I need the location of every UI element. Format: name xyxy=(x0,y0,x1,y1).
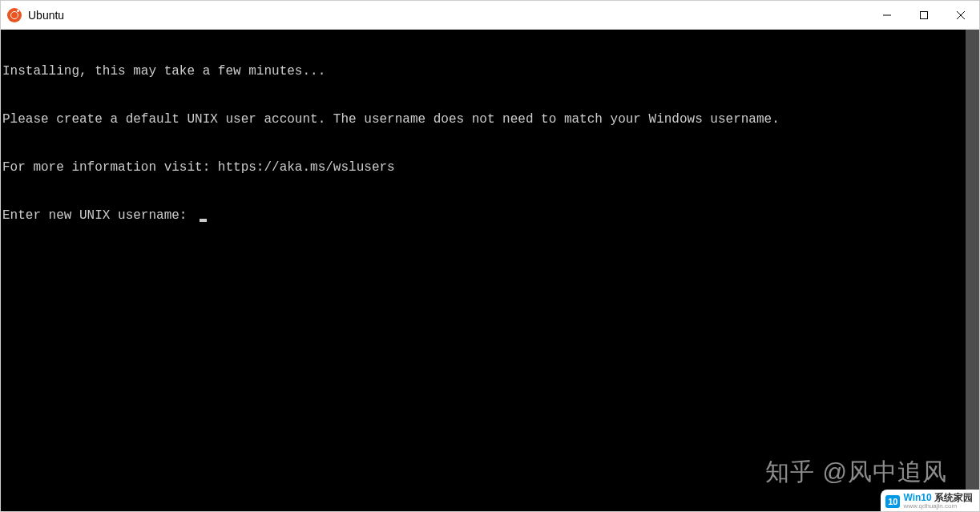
scrollbar[interactable] xyxy=(966,30,979,511)
terminal-line: Please create a default UNIX user accoun… xyxy=(2,111,964,127)
minimize-icon xyxy=(883,11,891,19)
scrollbar-thumb[interactable] xyxy=(966,30,979,511)
content-area: Installing, this may take a few minutes.… xyxy=(1,30,979,511)
cursor-icon xyxy=(200,219,207,222)
maximize-button[interactable] xyxy=(905,1,942,29)
terminal-line: Installing, this may take a few minutes.… xyxy=(2,63,964,79)
svg-rect-1 xyxy=(921,11,928,18)
window-title: Ubuntu xyxy=(28,9,64,22)
titlebar-left: Ubuntu xyxy=(1,8,64,22)
prompt-line: Enter new UNIX username: xyxy=(2,208,964,224)
titlebar[interactable]: Ubuntu xyxy=(1,1,979,30)
maximize-icon xyxy=(920,11,928,19)
terminal-line: For more information visit: https://aka.… xyxy=(2,159,964,175)
prompt-text: Enter new UNIX username: xyxy=(2,208,195,224)
window-controls xyxy=(869,1,979,29)
terminal[interactable]: Installing, this may take a few minutes.… xyxy=(1,30,966,511)
close-icon xyxy=(957,11,965,19)
minimize-button[interactable] xyxy=(869,1,905,29)
ubuntu-icon xyxy=(7,8,22,22)
close-button[interactable] xyxy=(942,1,979,29)
app-window: Ubuntu Installing, this may xyxy=(0,0,980,512)
